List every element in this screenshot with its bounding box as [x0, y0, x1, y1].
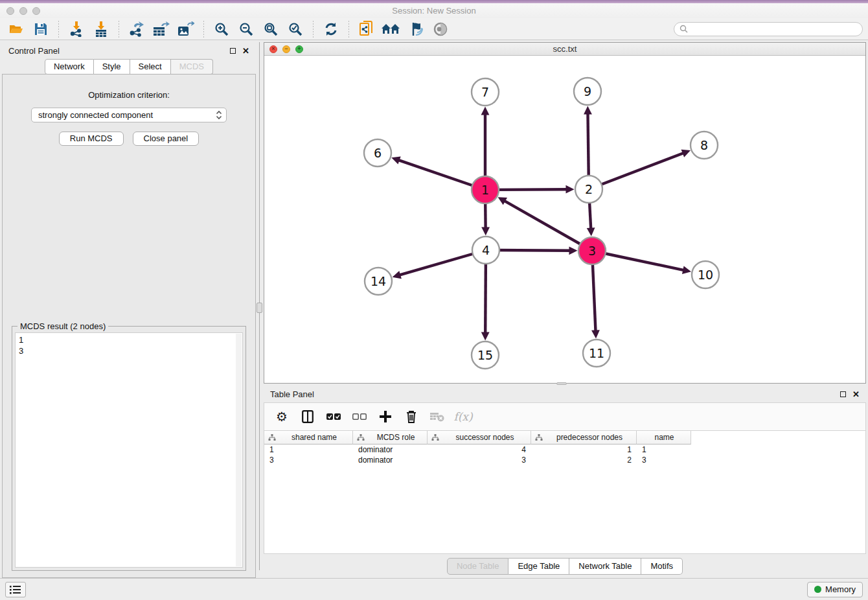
criterion-select[interactable]: strongly connected component: [31, 108, 227, 122]
graph-edge[interactable]: [391, 156, 485, 190]
zoom-in-button[interactable]: [211, 20, 233, 38]
import-table-button[interactable]: [90, 20, 112, 38]
status-bar: Memory: [0, 578, 868, 600]
close-panel-icon[interactable]: ✕: [242, 47, 249, 55]
table-cell[interactable]: dominator: [353, 455, 428, 465]
zoom-selected-button[interactable]: [284, 20, 306, 38]
zoom-fit-icon: [264, 22, 278, 36]
table-settings-button[interactable]: ⚙: [273, 407, 290, 426]
window-title: Session: New Session: [0, 6, 868, 16]
open-file-button[interactable]: [5, 20, 27, 38]
table-row[interactable]: 1dominator411: [264, 444, 865, 455]
home-icon: [382, 23, 401, 36]
horizontal-splitter[interactable]: [264, 384, 866, 386]
table-cell[interactable]: 2: [531, 455, 637, 465]
table-tabs-bar: Node Table Edge Table Network Table Moti…: [264, 554, 866, 578]
float-panel-icon[interactable]: [230, 48, 236, 54]
tab-select[interactable]: Select: [130, 59, 171, 75]
apply-layout-button[interactable]: [320, 20, 342, 38]
table-cell[interactable]: 1: [637, 444, 691, 455]
show-columns-button[interactable]: [299, 407, 316, 426]
table-panel: Table Panel ✕ ⚙: [264, 386, 866, 578]
graph-edge[interactable]: [393, 250, 486, 279]
graph-edge[interactable]: [592, 251, 691, 274]
memory-button[interactable]: Memory: [807, 582, 863, 597]
graph-node-14[interactable]: 14: [365, 268, 392, 295]
export-network-button[interactable]: [126, 20, 148, 38]
zoom-fit-button[interactable]: [260, 20, 282, 38]
trash-icon: [406, 410, 417, 423]
zoom-out-button[interactable]: [235, 20, 257, 38]
graph-node-15[interactable]: 15: [472, 341, 499, 369]
column-hierarchy-icon: [431, 434, 439, 441]
graph-edge[interactable]: [589, 150, 691, 189]
run-mcds-button[interactable]: Run MCDS: [59, 132, 124, 146]
graph-node-label: 8: [700, 138, 708, 152]
graph-node-10[interactable]: 10: [692, 261, 719, 288]
graph-node-label: 1: [481, 183, 489, 197]
export-table-button[interactable]: [150, 20, 172, 38]
splitter-grip[interactable]: [257, 303, 262, 313]
tab-network-table[interactable]: Network Table: [569, 558, 641, 575]
delete-column-button[interactable]: [403, 407, 420, 426]
hide-annotations-button[interactable]: [405, 20, 427, 38]
function-builder-button[interactable]: f(x): [455, 407, 472, 426]
graph-node-6[interactable]: 6: [364, 139, 391, 167]
graph-node-1[interactable]: 1: [472, 176, 499, 203]
table-cell[interactable]: 3: [637, 455, 691, 465]
tab-edge-table[interactable]: Edge Table: [508, 558, 569, 575]
home-button[interactable]: [380, 20, 402, 38]
table-cell[interactable]: dominator: [353, 444, 428, 455]
import-network-button[interactable]: [65, 20, 87, 38]
result-scrollbar[interactable]: [236, 334, 242, 566]
graph-node-9[interactable]: 9: [574, 78, 601, 105]
tab-mcds[interactable]: MCDS: [171, 59, 213, 75]
close-panel-button[interactable]: Close panel: [133, 132, 200, 146]
table-cell[interactable]: 1: [264, 444, 353, 455]
close-table-panel-icon[interactable]: ✕: [852, 390, 860, 398]
toolbar-separator: [203, 21, 204, 38]
table-row[interactable]: 3dominator323: [264, 455, 865, 465]
tab-node-table[interactable]: Node Table: [447, 558, 509, 575]
select-all-columns-button[interactable]: [325, 407, 342, 426]
graph-node-8[interactable]: 8: [691, 132, 718, 159]
graph-node-7[interactable]: 7: [472, 78, 499, 106]
graph-node-label: 11: [589, 346, 604, 360]
column-header-MCDS-role[interactable]: MCDS role: [353, 431, 428, 444]
tab-motifs[interactable]: Motifs: [641, 558, 683, 575]
graph-node-3[interactable]: 3: [578, 237, 606, 264]
show-panels-button[interactable]: [5, 582, 26, 597]
column-header-shared-name[interactable]: shared name: [264, 431, 353, 444]
delete-table-button[interactable]: [429, 407, 446, 426]
clone-network-button[interactable]: [356, 20, 378, 38]
table-cell[interactable]: 1: [531, 444, 637, 455]
graph-node-11[interactable]: 11: [583, 340, 610, 367]
graph-edge[interactable]: [498, 197, 592, 251]
create-column-button[interactable]: [377, 407, 394, 426]
tab-style[interactable]: Style: [94, 59, 130, 75]
network-canvas[interactable]: 7968124314101511: [264, 56, 865, 383]
table-cell[interactable]: 3: [428, 455, 531, 465]
mcds-result-text[interactable]: 1 3: [15, 332, 243, 568]
table-cell[interactable]: 4: [428, 444, 531, 455]
export-image-button[interactable]: [175, 20, 197, 38]
column-header-name[interactable]: name: [637, 431, 691, 444]
show-graphics-details-button[interactable]: [429, 20, 451, 38]
node-table: shared nameMCDS rolesuccessor nodesprede…: [264, 431, 866, 554]
graph-node-label: 3: [588, 244, 596, 258]
graph-node-2[interactable]: 2: [575, 176, 602, 203]
graph-node-4[interactable]: 4: [472, 237, 499, 264]
optimization-criterion-label: Optimization criterion:: [12, 90, 246, 100]
panel-splitter[interactable]: [256, 42, 264, 578]
table-cell[interactable]: 3: [264, 455, 353, 465]
horizontal-splitter-grip[interactable]: [556, 382, 567, 385]
network-canvas-svg: 7968124314101511: [264, 56, 864, 380]
unselect-all-columns-button[interactable]: [351, 407, 368, 426]
float-table-panel-icon[interactable]: [840, 391, 846, 397]
toolbar-separator: [58, 21, 59, 38]
column-header-successor-nodes[interactable]: successor nodes: [428, 431, 531, 444]
save-session-button[interactable]: [30, 20, 52, 38]
search-input[interactable]: [691, 25, 857, 34]
column-header-predecessor-nodes[interactable]: predecessor nodes: [531, 431, 637, 444]
tab-network[interactable]: Network: [45, 59, 94, 75]
